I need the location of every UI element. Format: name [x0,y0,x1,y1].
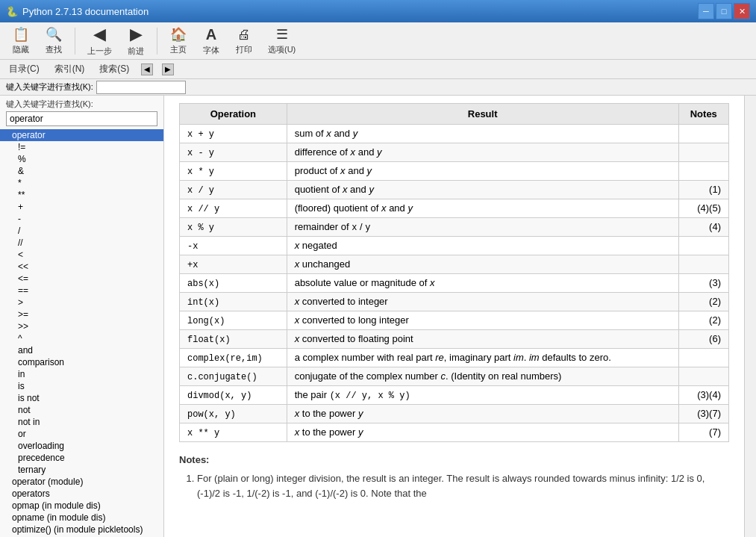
sidebar-item[interactable]: precedence [0,452,163,464]
nav-forward-button[interactable]: ▶ [162,63,174,75]
sidebar-item[interactable]: in [0,368,163,380]
result-cell: x to the power y [287,423,678,442]
back-icon: ◀ [93,25,106,44]
sidebar-item[interactable]: * [0,177,163,189]
sidebar-item[interactable]: >> [0,320,163,332]
sidebar-item[interactable]: ternary [0,464,163,476]
sidebar-item[interactable]: optimize() (in module pickletools) [0,524,163,536]
hide-button[interactable]: 📋 隐藏 [6,23,36,58]
sidebar-item[interactable]: not [0,404,163,416]
keyword-search-input[interactable] [96,81,186,94]
operation-cell: x + y [180,125,287,143]
sidebar-item[interactable]: operator (module) [0,476,163,488]
sidebar-item[interactable]: != [0,141,163,153]
table-row: x / yquotient of x and y(1) [180,181,729,199]
operation-cell: c.conjugate() [180,367,287,386]
app-title: Python 2.7.13 documentation [22,6,149,17]
titlebar-left: 🐍 Python 2.7.13 documentation [6,6,149,17]
sidebar-item[interactable]: == [0,285,163,297]
nav-back-button[interactable]: ◀ [141,63,153,75]
notes-cell: (2) [678,293,728,311]
content-area: Operation Result Notes x + ysum of x and… [164,96,744,537]
sidebar-item[interactable]: opmap (in module dis) [0,500,163,512]
options-button[interactable]: ☰ 选项(U) [262,23,302,58]
options-label: 选项(U) [268,44,296,55]
font-label: 字体 [203,45,219,56]
back-label: 上一步 [87,46,112,57]
notes-cell: (3)(7) [678,405,728,423]
sidebar-item[interactable]: is [0,380,163,392]
sidebar-item[interactable]: << [0,261,163,273]
minimize-button[interactable]: ─ [698,3,714,19]
hide-label: 隐藏 [13,44,29,55]
sidebar-item[interactable]: operators [0,488,163,500]
notes-list: For (plain or long) integer division, th… [197,471,729,500]
sidebar-item[interactable]: overloading [0,440,163,452]
menu-toc[interactable]: 目录(C) [6,61,43,77]
sidebar-item[interactable]: comparison [0,356,163,368]
forward-button[interactable]: ▶ 前进 [121,22,151,60]
toolbar: 📋 隐藏 🔍 查找 ◀ 上一步 ▶ 前进 🏠 主页 A 字体 🖨 打印 ☰ 选项… [0,22,756,60]
menu-search[interactable]: 搜索(S) [96,61,132,77]
result-cell: conjugate of the complex number c. (Iden… [287,367,678,386]
sidebar-item[interactable]: + [0,201,163,213]
home-icon: 🏠 [170,26,187,43]
menu-index[interactable]: 索引(N) [51,61,88,77]
operation-cell: complex(re,im) [180,349,287,367]
font-icon: A [206,26,216,43]
sidebar-item[interactable]: % [0,153,163,165]
sidebar-item[interactable]: is not [0,392,163,404]
sidebar-item[interactable]: & [0,165,163,177]
sidebar-item[interactable]: - [0,213,163,225]
sidebar-item[interactable]: / [0,225,163,237]
operation-cell: pow(x, y) [180,405,287,423]
result-cell: x unchanged [287,255,678,274]
notes-cell: (1) [678,181,728,199]
sidebar-item[interactable]: // [0,237,163,249]
sidebar-item[interactable]: ^ [0,332,163,344]
sidebar-search-input[interactable] [6,111,157,126]
maximize-button[interactable]: □ [716,3,732,19]
result-cell: the pair (x // y, x % y) [287,386,678,405]
operation-cell: +x [180,255,287,274]
notes-cell: (3)(4) [678,386,728,405]
back-button[interactable]: ◀ 上一步 [81,22,118,60]
find-button[interactable]: 🔍 查找 [39,23,69,58]
table-row: complex(re,im)a complex number with real… [180,349,729,367]
hide-icon: 📋 [13,26,29,43]
table-row: abs(x)absolute value or magnitude of x(3… [180,274,729,293]
table-row: long(x)x converted to long integer(2) [180,311,729,330]
sidebar-list: operator!=%&***+-///<<<<===>>=>>^andcomp… [0,129,163,537]
right-scrollbar[interactable] [744,96,756,537]
result-cell: a complex number with real part re, imag… [287,349,678,367]
sidebar-item[interactable]: >= [0,308,163,320]
forward-icon: ▶ [130,25,143,44]
result-cell: x converted to floating point [287,330,678,349]
find-icon: 🔍 [46,26,62,43]
sidebar-item[interactable]: > [0,297,163,308]
operation-cell: abs(x) [180,274,287,293]
sidebar-item[interactable]: ** [0,189,163,201]
notes-section: Notes: For (plain or long) integer divis… [179,454,729,500]
sidebar-item[interactable]: and [0,344,163,356]
close-button[interactable]: ✕ [734,3,750,19]
sidebar-item[interactable]: < [0,249,163,261]
table-row: +xx unchanged [180,255,729,274]
sidebar-item[interactable]: or [0,428,163,440]
home-button[interactable]: 🏠 主页 [163,23,193,58]
col-operation: Operation [180,104,287,125]
result-cell: absolute value or magnitude of x [287,274,678,293]
sidebar-item[interactable]: not in [0,416,163,428]
table-row: x + ysum of x and y [180,125,729,143]
table-row: c.conjugate()conjugate of the complex nu… [180,367,729,386]
sidebar-item[interactable]: operator [0,129,163,141]
sidebar-item[interactable]: <= [0,273,163,285]
note-item-1: For (plain or long) integer division, th… [197,471,729,500]
table-row: x - ydifference of x and y [180,143,729,162]
sidebar-item[interactable]: opname (in module dis) [0,512,163,524]
notes-cell [678,367,728,386]
result-cell: product of x and y [287,162,678,181]
print-button[interactable]: 🖨 打印 [229,24,259,58]
font-button[interactable]: A 字体 [196,23,226,59]
find-label: 查找 [46,44,62,55]
